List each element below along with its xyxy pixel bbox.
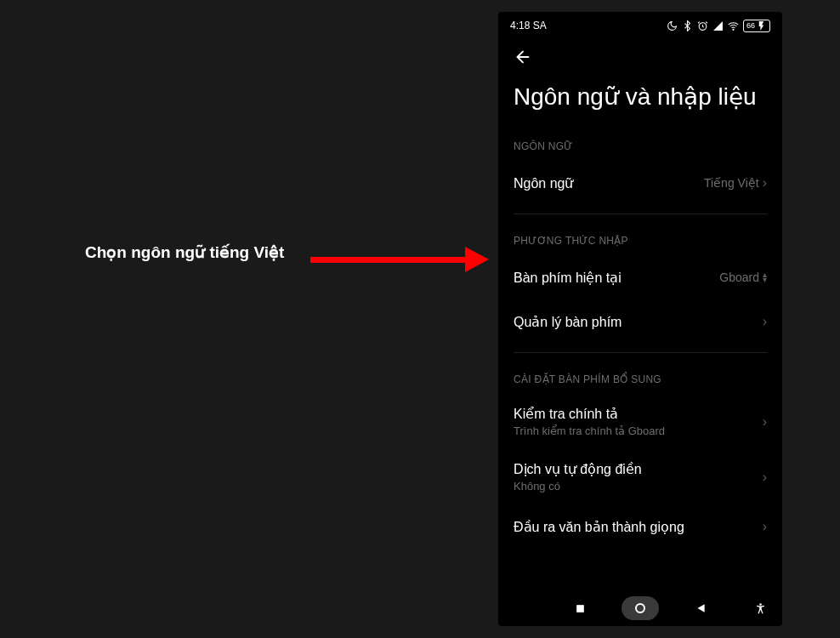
setting-manage-keyboards[interactable]: Quản lý bàn phím ›	[514, 299, 767, 344]
navigation-bar	[498, 590, 782, 626]
status-bar: 4:18 SA 66	[498, 12, 782, 39]
divider	[514, 214, 767, 214]
bluetooth-icon	[682, 20, 693, 31]
section-header-language: NGÔN NGỮ	[514, 128, 767, 161]
nav-recent-button[interactable]	[575, 603, 586, 614]
setting-label: Dịch vụ tự động điền	[514, 461, 642, 477]
setting-value: Tiếng Việt ›	[704, 175, 767, 191]
setting-value: Gboard ▴▾	[719, 271, 767, 284]
annotation-arrow	[310, 247, 489, 272]
chevron-right-icon: ›	[763, 519, 767, 534]
setting-sublabel: Không có	[514, 480, 642, 493]
page-title: Ngôn ngữ và nhập liệu	[498, 75, 782, 128]
section-header-additional: CÀI ĐẶT BÀN PHÍM BỔ SUNG	[514, 362, 767, 394]
back-button[interactable]	[498, 39, 782, 75]
setting-label: Bàn phím hiện tại	[514, 270, 621, 286]
setting-language[interactable]: Ngôn ngữ Tiếng Việt ›	[514, 161, 767, 205]
setting-label: Đầu ra văn bản thành giọng	[514, 519, 684, 535]
nav-home-button[interactable]	[621, 596, 659, 620]
up-down-icon: ▴▾	[763, 272, 767, 282]
setting-tts[interactable]: Đầu ra văn bản thành giọng ›	[514, 504, 767, 549]
setting-current-keyboard[interactable]: Bàn phím hiện tại Gboard ▴▾	[514, 255, 767, 299]
wifi-icon	[728, 20, 739, 31]
status-time: 4:18 SA	[510, 20, 547, 31]
chevron-right-icon: ›	[763, 414, 767, 430]
chevron-right-icon: ›	[763, 470, 767, 485]
signal-icon	[712, 20, 724, 31]
svg-point-4	[759, 603, 762, 606]
divider	[514, 352, 767, 353]
setting-spell-check[interactable]: Kiểm tra chính tả Trình kiểm tra chính t…	[514, 394, 767, 449]
chevron-right-icon: ›	[763, 314, 767, 329]
section-header-input-method: PHƯƠNG THỨC NHẬP	[514, 223, 767, 255]
annotation-text: Chọn ngôn ngữ tiếng Việt	[85, 242, 284, 262]
setting-sublabel: Trình kiểm tra chính tả Gboard	[514, 424, 665, 437]
setting-label: Quản lý bàn phím	[514, 314, 621, 330]
setting-autofill[interactable]: Dịch vụ tự động điền Không có ›	[514, 449, 767, 504]
chevron-right-icon: ›	[763, 175, 767, 191]
nav-back-button[interactable]	[695, 602, 707, 614]
alarm-icon	[697, 20, 708, 31]
setting-label: Kiểm tra chính tả	[514, 406, 665, 422]
status-icons: 66	[667, 20, 770, 32]
phone-screen: 4:18 SA 66 Ngôn ngữ và nhập liệu NGÔN NG…	[498, 12, 782, 626]
setting-label: Ngôn ngữ	[514, 175, 574, 191]
dnd-icon	[667, 20, 678, 31]
svg-point-1	[733, 29, 734, 30]
svg-rect-3	[576, 605, 584, 612]
battery-indicator: 66	[743, 20, 770, 32]
nav-accessibility-button[interactable]	[754, 602, 767, 615]
